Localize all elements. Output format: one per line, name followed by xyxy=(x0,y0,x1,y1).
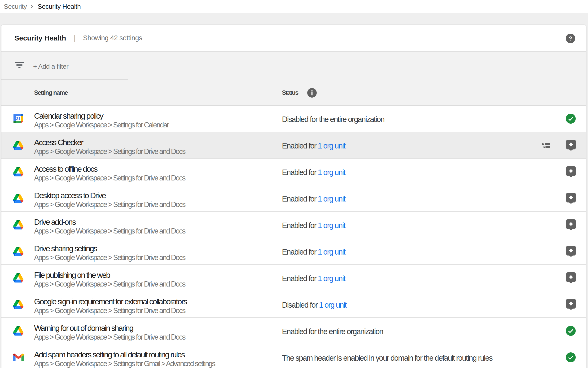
svg-text:?: ? xyxy=(569,35,572,42)
svg-text:31: 31 xyxy=(16,117,21,121)
